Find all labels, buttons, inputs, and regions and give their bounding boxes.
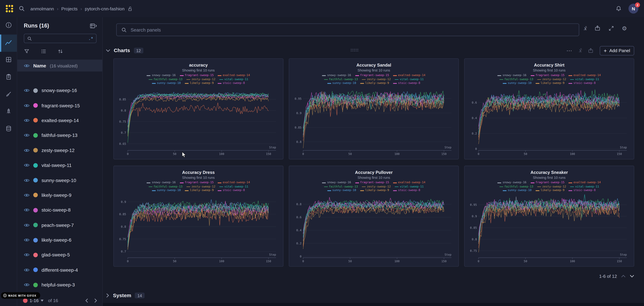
- rail-item-tables[interactable]: [0, 52, 17, 69]
- legend-item[interactable]: exalted-sweep-14: [569, 74, 601, 77]
- legend-item[interactable]: exalted-sweep-14: [218, 74, 250, 77]
- legend-item[interactable]: zesty-sweep-12: [362, 185, 391, 189]
- legend-item[interactable]: likely-sweep-9: [536, 81, 564, 85]
- section-menu-icon[interactable]: ⋯: [566, 47, 572, 54]
- run-row[interactable]: zesty-sweep-12: [17, 143, 102, 158]
- legend-item[interactable]: zesty-sweep-12: [362, 77, 391, 81]
- legend-item[interactable]: fragrant-sweep-15: [530, 74, 564, 77]
- run-row[interactable]: vital-sweep-11: [17, 158, 102, 173]
- chart-canvas[interactable]: [466, 85, 632, 158]
- chart-canvas[interactable]: [116, 193, 282, 265]
- legend-item[interactable]: faithful-sweep-13: [148, 185, 182, 189]
- legend-item[interactable]: snowy-sweep-16: [322, 181, 351, 185]
- group-icon[interactable]: [41, 49, 46, 54]
- run-row[interactable]: peach-sweep-7: [17, 217, 102, 232]
- runs-search-input[interactable]: [34, 36, 86, 41]
- legend-item[interactable]: stoic-sweep-8: [569, 189, 596, 192]
- run-row[interactable]: stoic-sweep-8: [17, 203, 102, 217]
- legend-item[interactable]: stoic-sweep-8: [569, 81, 596, 85]
- eye-icon[interactable]: [24, 64, 30, 68]
- legend-item[interactable]: vital-sweep-11: [220, 185, 248, 189]
- notifications-bell-icon[interactable]: [615, 5, 622, 12]
- run-name[interactable]: helpful-sweep-3: [42, 282, 75, 287]
- breadcrumb-projects[interactable]: Projects: [61, 6, 78, 11]
- legend-item[interactable]: faithful-sweep-13: [324, 77, 358, 81]
- avatar[interactable]: N 2: [628, 4, 638, 14]
- visibility-eye-icon[interactable]: [24, 133, 30, 137]
- latex-export-icon[interactable]: x̄: [579, 48, 581, 54]
- legend-item[interactable]: faithful-sweep-13: [500, 185, 533, 189]
- filter-icon[interactable]: [24, 49, 30, 54]
- visibility-eye-icon[interactable]: [24, 118, 30, 122]
- rail-item-artifacts[interactable]: [0, 121, 17, 138]
- legend-item[interactable]: stoic-sweep-8: [393, 81, 420, 85]
- run-name[interactable]: vital-sweep-11: [42, 163, 72, 168]
- visibility-eye-icon[interactable]: [24, 283, 30, 287]
- run-name[interactable]: likely-sweep-6: [42, 237, 71, 242]
- legend-item[interactable]: snowy-sweep-16: [147, 181, 176, 185]
- legend-item[interactable]: sunny-sweep-10: [152, 189, 181, 192]
- page-up-icon[interactable]: [621, 274, 626, 278]
- legend-item[interactable]: snowy-sweep-16: [498, 74, 526, 77]
- legend-item[interactable]: vital-sweep-11: [570, 77, 599, 81]
- legend-item[interactable]: exalted-sweep-14: [393, 181, 425, 185]
- system-section-label[interactable]: System: [113, 292, 132, 298]
- legend-item[interactable]: snowy-sweep-16: [498, 181, 526, 185]
- visibility-eye-icon[interactable]: [24, 223, 30, 227]
- run-row[interactable]: different-sweep-4: [17, 262, 102, 277]
- legend-item[interactable]: sunny-sweep-10: [503, 189, 532, 192]
- rail-item-sweeps[interactable]: [0, 86, 17, 104]
- chart-panel[interactable]: Accuracy Sneaker Showing first 10 runs s…: [464, 166, 634, 267]
- chart-canvas[interactable]: [116, 85, 282, 158]
- legend-item[interactable]: snowy-sweep-16: [147, 74, 176, 77]
- chart-canvas[interactable]: [466, 193, 632, 265]
- chart-panel[interactable]: accuracy Showing first 10 runs snowy-swe…: [114, 58, 284, 159]
- regex-toggle[interactable]: .*: [88, 36, 93, 41]
- legend-item[interactable]: faithful-sweep-13: [324, 185, 358, 189]
- next-page-icon[interactable]: [94, 298, 97, 303]
- chart-panel[interactable]: Accuracy Pullover Showing first 10 runs …: [289, 166, 459, 267]
- legend-item[interactable]: likely-sweep-9: [360, 81, 389, 85]
- legend-item[interactable]: zesty-sweep-12: [186, 77, 216, 81]
- visibility-eye-icon[interactable]: [24, 89, 30, 93]
- page-down-icon[interactable]: [630, 274, 634, 278]
- run-row[interactable]: fragrant-sweep-15: [17, 98, 102, 113]
- visibility-eye-icon[interactable]: [24, 193, 30, 197]
- legend-item[interactable]: zesty-sweep-12: [538, 185, 566, 189]
- run-name[interactable]: zesty-sweep-12: [42, 148, 74, 153]
- run-row[interactable]: likely-sweep-6: [17, 232, 102, 247]
- prev-page-icon[interactable]: [85, 298, 88, 303]
- run-name[interactable]: glad-sweep-5: [42, 252, 70, 257]
- visibility-eye-icon[interactable]: [24, 103, 30, 108]
- export-image-icon[interactable]: [588, 48, 594, 54]
- run-name[interactable]: sunny-sweep-10: [42, 178, 76, 183]
- chart-panel[interactable]: Accuracy Dress Showing first 10 runs sno…: [114, 166, 284, 267]
- legend-item[interactable]: exalted-sweep-14: [218, 181, 250, 185]
- add-panel-button[interactable]: + Add Panel: [600, 46, 634, 55]
- visibility-eye-icon[interactable]: [24, 268, 30, 272]
- latex-export-icon[interactable]: x̄: [584, 25, 586, 31]
- legend-item[interactable]: sunny-sweep-10: [503, 81, 532, 85]
- chevron-down-icon[interactable]: [106, 49, 110, 52]
- legend-item[interactable]: stoic-sweep-8: [218, 189, 245, 192]
- run-row[interactable]: sunny-sweep-10: [17, 173, 102, 188]
- legend-item[interactable]: zesty-sweep-12: [538, 77, 566, 81]
- legend-item[interactable]: fragrant-sweep-15: [180, 74, 214, 77]
- global-search-icon[interactable]: [18, 5, 25, 12]
- rail-item-overview[interactable]: [0, 17, 17, 35]
- run-name[interactable]: peach-sweep-7: [42, 223, 74, 227]
- run-row[interactable]: snowy-sweep-16: [17, 83, 102, 98]
- legend-item[interactable]: sunny-sweep-10: [328, 81, 356, 85]
- expand-panels-icon[interactable]: [608, 25, 614, 31]
- run-name[interactable]: different-sweep-4: [42, 267, 78, 272]
- legend-item[interactable]: likely-sweep-9: [360, 189, 389, 192]
- charts-section-label[interactable]: Charts: [114, 48, 130, 54]
- legend-item[interactable]: vital-sweep-11: [570, 185, 599, 189]
- runs-name-header[interactable]: Name (16 visualized): [17, 60, 102, 72]
- visibility-eye-icon[interactable]: [24, 253, 30, 257]
- legend-item[interactable]: exalted-sweep-14: [393, 74, 425, 77]
- run-name[interactable]: likely-sweep-9: [42, 193, 71, 198]
- horizontal-scrollbar-track[interactable]: [103, 303, 644, 306]
- run-name[interactable]: exalted-sweep-14: [42, 118, 79, 123]
- legend-item[interactable]: stoic-sweep-8: [393, 189, 420, 192]
